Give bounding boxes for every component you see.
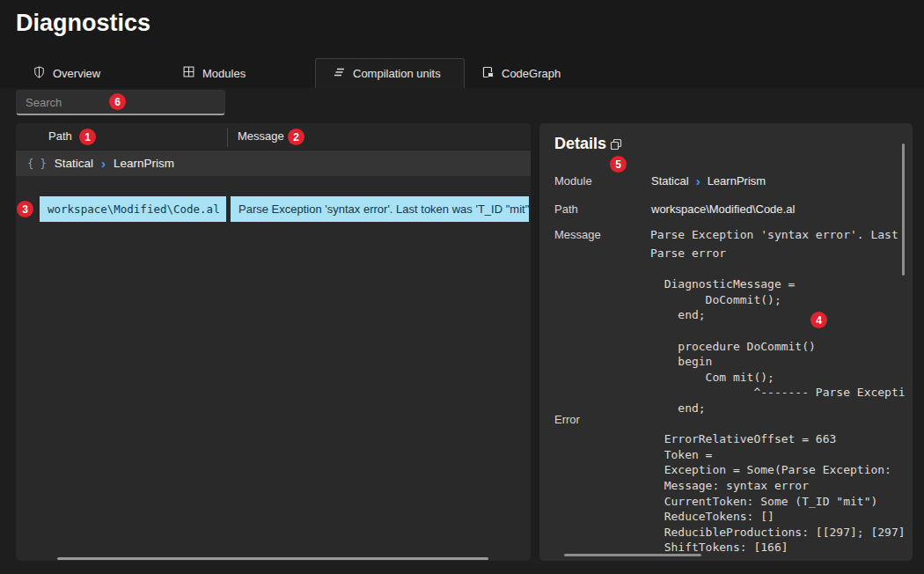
- tab-overview[interactable]: Overview: [16, 58, 165, 88]
- group-submodule-name: LearnPrism: [114, 157, 174, 170]
- grid-icon: [183, 66, 194, 80]
- tab-overview-label: Overview: [53, 67, 100, 80]
- diagnostics-page: Diagnostics Overview Modules Compilation…: [0, 0, 924, 574]
- details-horizontal-scrollbar[interactable]: [564, 554, 701, 556]
- chevron-right-icon: ›: [101, 157, 106, 170]
- compilation-units-table: Path Message { } Statical › LearnPrism w…: [16, 123, 531, 561]
- column-header-path[interactable]: Path: [48, 129, 72, 143]
- error-field-value: Parse error DiagnosticMessage = DoCommit…: [650, 246, 905, 556]
- table-row-path-cell[interactable]: workspace\Modified\Code.al: [40, 196, 226, 222]
- copy-icon[interactable]: [610, 138, 622, 154]
- chevron-right-icon: ›: [696, 174, 700, 188]
- tab-codegraph[interactable]: CodeGraph: [465, 58, 614, 88]
- message-field-value: Parse Exception 'syntax error'. Last tok…: [650, 228, 905, 241]
- shield-icon: [33, 66, 45, 81]
- error-field-label: Error: [554, 413, 580, 426]
- annotation-badge-4: 4: [810, 312, 827, 328]
- details-vertical-scrollbar[interactable]: [902, 144, 905, 276]
- module-name: Statical: [651, 174, 689, 188]
- table-horizontal-scrollbar[interactable]: [57, 557, 488, 560]
- column-header-message[interactable]: Message: [238, 129, 284, 143]
- codegraph-icon: [482, 66, 494, 81]
- annotation-badge-5: 5: [610, 156, 627, 173]
- tab-modules-label: Modules: [202, 67, 246, 80]
- annotation-badge-1: 1: [79, 129, 96, 145]
- message-field-label: Message: [554, 228, 601, 241]
- compilation-units-icon: [334, 67, 345, 80]
- tab-modules[interactable]: Modules: [165, 58, 315, 88]
- tab-compilation-units[interactable]: Compilation units: [315, 58, 465, 88]
- annotation-badge-2: 2: [288, 129, 304, 145]
- module-field-label: Module: [554, 174, 592, 188]
- details-title: Details: [554, 135, 606, 153]
- column-divider[interactable]: [227, 128, 228, 147]
- module-group-row[interactable]: { } Statical › LearnPrism: [16, 151, 531, 176]
- annotation-badge-6: 6: [109, 93, 126, 110]
- tab-compilation-units-label: Compilation units: [353, 67, 441, 80]
- braces-icon: { }: [27, 158, 47, 170]
- annotation-badge-3: 3: [17, 201, 33, 217]
- page-title: Diagnostics: [16, 10, 150, 37]
- group-module-name: Statical: [55, 157, 93, 170]
- path-field-value: workspace\Modified\Code.al: [651, 202, 795, 216]
- module-field-value: Statical › LearnPrism: [651, 174, 766, 188]
- submodule-name: LearnPrism: [708, 174, 766, 188]
- table-row-message-cell[interactable]: Parse Exception 'syntax error'. Last tok…: [231, 196, 529, 222]
- details-panel: Details Module Statical › LearnPrism Pat…: [539, 123, 913, 561]
- tab-codegraph-label: CodeGraph: [502, 67, 561, 80]
- path-field-label: Path: [554, 202, 578, 216]
